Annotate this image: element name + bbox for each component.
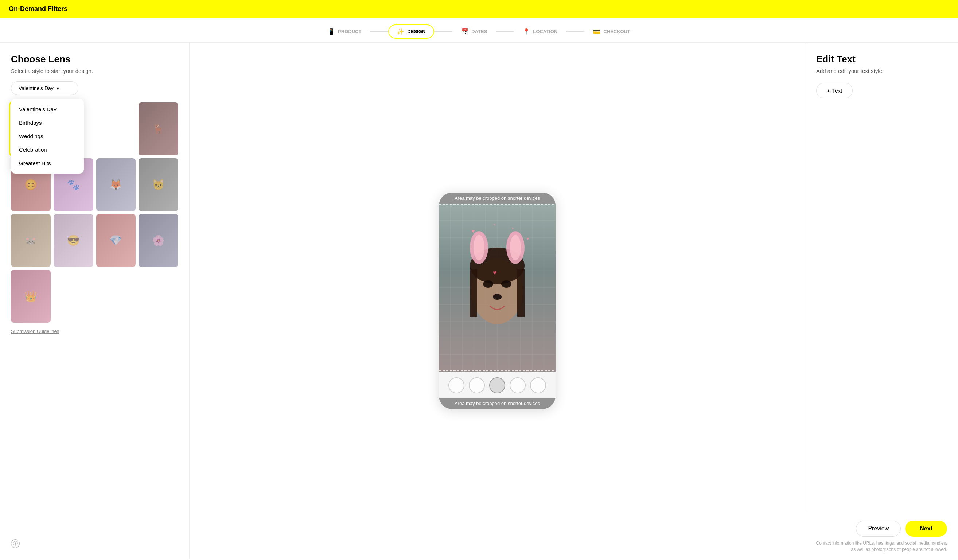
step-connector-1 xyxy=(370,31,388,32)
main-content: Choose Lens Select a style to start your… xyxy=(0,43,958,559)
step-dates-label: DATES xyxy=(471,29,487,34)
svg-point-19 xyxy=(472,259,523,324)
svg-rect-21 xyxy=(470,270,477,317)
dropdown-option-greatest-hits[interactable]: Greatest Hits xyxy=(11,156,84,170)
bottom-bar: Preview Next Contact information like UR… xyxy=(805,513,958,559)
stepper: 📱 PRODUCT ✨ DESIGN 📅 DATES 📍 LOCATION 💳 … xyxy=(0,18,958,43)
dropdown-option-birthdays[interactable]: Birthdays xyxy=(11,116,84,129)
step-connector-2 xyxy=(434,31,452,32)
phone-mockup: Area may be cropped on shorter devices xyxy=(439,192,555,409)
svg-point-28 xyxy=(474,235,484,260)
filter-item-10[interactable]: 🌸 xyxy=(138,214,178,267)
filter-item-7[interactable]: 🐭 xyxy=(11,214,51,267)
step-product[interactable]: 📱 PRODUCT xyxy=(319,24,370,39)
filter-item-5[interactable]: 🦊 xyxy=(96,158,136,211)
step-design[interactable]: ✨ DESIGN xyxy=(388,24,434,39)
location-icon: 📍 xyxy=(523,28,530,35)
step-dates[interactable]: 📅 DATES xyxy=(452,24,496,39)
center-panel: Area may be cropped on shorter devices xyxy=(190,43,805,559)
svg-rect-22 xyxy=(517,270,525,317)
filter-item-6[interactable]: 🐱 xyxy=(138,158,178,211)
dropdown-option-weddings[interactable]: Weddings xyxy=(11,129,84,143)
grid-overlay: ♥ ♥ ♥ ♥ ♥ xyxy=(439,204,555,371)
svg-point-20 xyxy=(470,247,525,284)
filter-face-11: 👑 xyxy=(11,270,51,323)
plus-icon: + xyxy=(827,87,830,94)
product-icon: 📱 xyxy=(328,28,335,35)
svg-text:♥: ♥ xyxy=(493,223,495,227)
right-panel: Edit Text Add and edit your text style. … xyxy=(805,43,958,559)
filter-color-options xyxy=(439,371,555,398)
crop-label-bottom: Area may be cropped on shorter devices xyxy=(439,398,555,409)
filter-face-6: 🐱 xyxy=(138,158,178,211)
svg-point-24 xyxy=(501,280,511,288)
filter-face-7: 🐭 xyxy=(11,214,51,267)
step-checkout[interactable]: 💳 CHECKOUT xyxy=(584,24,639,39)
crop-label-top: Area may be cropped on shorter devices xyxy=(439,192,555,204)
svg-point-23 xyxy=(483,280,493,288)
submission-guidelines-link[interactable]: Submission Guidelines xyxy=(11,328,178,334)
category-dropdown-btn[interactable]: Valentine's Day ▾ xyxy=(11,81,78,95)
step-location[interactable]: 📍 LOCATION xyxy=(514,24,566,39)
svg-point-26 xyxy=(470,231,488,264)
design-icon: ✨ xyxy=(397,28,404,35)
checkout-icon: 💳 xyxy=(593,28,600,35)
choose-lens-title: Choose Lens xyxy=(11,54,178,65)
svg-point-29 xyxy=(510,235,521,260)
step-product-label: PRODUCT xyxy=(338,29,361,34)
chevron-down-icon: ▾ xyxy=(57,85,59,91)
edit-text-title: Edit Text xyxy=(816,54,947,65)
color-option-1[interactable] xyxy=(448,378,465,393)
app-title: On-Demand Filters xyxy=(9,5,67,13)
category-dropdown-menu: Valentine's Day Birthdays Weddings Celeb… xyxy=(11,99,84,173)
step-checkout-label: CHECKOUT xyxy=(603,29,630,34)
filter-item-8[interactable]: 😎 xyxy=(54,214,93,267)
category-dropdown-container: Valentine's Day ▾ Valentine's Day Birthd… xyxy=(11,81,178,95)
dropdown-option-celebration[interactable]: Celebration xyxy=(11,143,84,156)
color-option-2[interactable] xyxy=(469,378,485,393)
step-location-label: LOCATION xyxy=(533,29,557,34)
svg-point-25 xyxy=(493,294,501,300)
filter-item-2[interactable]: 🦌 xyxy=(138,102,178,155)
color-option-5[interactable] xyxy=(530,378,546,393)
filter-face-8: 😎 xyxy=(54,214,93,267)
dropdown-option-valentines[interactable]: Valentine's Day xyxy=(11,102,84,116)
dropdown-selected-value: Valentine's Day xyxy=(19,85,54,91)
step-connector-4 xyxy=(566,31,584,32)
svg-text:♥: ♥ xyxy=(512,226,514,230)
dates-icon: 📅 xyxy=(461,28,468,35)
disclaimer-text: Contact information like URLs, hashtags,… xyxy=(816,540,947,553)
color-option-4[interactable] xyxy=(510,378,526,393)
filter-item-9[interactable]: 💎 xyxy=(96,214,136,267)
filter-face-2: 🦌 xyxy=(138,102,178,155)
preview-button[interactable]: Preview xyxy=(856,520,901,537)
step-design-label: DESIGN xyxy=(407,29,425,34)
info-icon[interactable]: ⓘ xyxy=(11,539,20,548)
svg-text:♥: ♥ xyxy=(527,236,529,241)
add-text-label: Text xyxy=(832,87,842,94)
color-option-3[interactable] xyxy=(489,378,505,393)
edit-text-subtitle: Add and edit your text style. xyxy=(816,68,947,74)
svg-text:♥: ♥ xyxy=(472,228,474,234)
filter-face-10: 🌸 xyxy=(138,214,178,267)
phone-image-area: ♥ ♥ ♥ ♥ ♥ xyxy=(439,204,555,371)
filter-face-5: 🦊 xyxy=(96,158,136,211)
filter-item-11[interactable]: 👑 xyxy=(11,270,51,323)
choose-lens-subtitle: Select a style to start your design. xyxy=(11,68,178,74)
svg-text:♥: ♥ xyxy=(493,269,497,276)
face-photo: ♥ ♥ ♥ ♥ ♥ xyxy=(439,204,555,371)
step-connector-3 xyxy=(496,31,514,32)
filter-face-9: 💎 xyxy=(96,214,136,267)
bottom-actions: Preview Next xyxy=(816,520,947,537)
next-button[interactable]: Next xyxy=(905,520,947,537)
svg-point-27 xyxy=(506,231,525,264)
top-bar: On-Demand Filters xyxy=(0,0,958,18)
left-panel: Choose Lens Select a style to start your… xyxy=(0,43,190,559)
add-text-button[interactable]: + Text xyxy=(816,83,853,98)
